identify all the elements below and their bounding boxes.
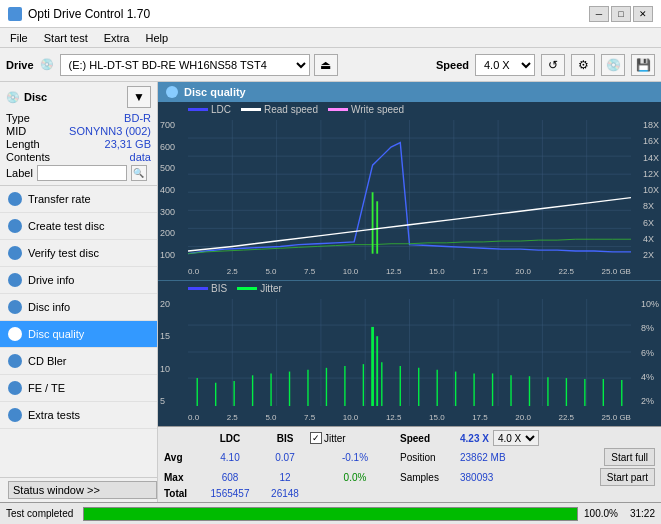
stats-avg-row: Avg 4.10 0.07 -0.1% Position 23862 MB St… (164, 448, 655, 466)
cd-bler-icon (8, 354, 22, 368)
sidebar-item-verify-test-disc[interactable]: Verify test disc (0, 240, 157, 267)
bottom-chart-legend: BIS Jitter (158, 281, 661, 296)
refresh-button[interactable]: ↺ (541, 54, 565, 76)
eject-button[interactable]: ⏏ (314, 54, 338, 76)
sidebar-item-transfer-rate[interactable]: Transfer rate (0, 186, 157, 213)
maximize-button[interactable]: □ (611, 6, 631, 22)
jitter-col-label: Jitter (324, 433, 346, 444)
x-2.5: 2.5 (227, 267, 238, 276)
disc-type-value: BD-R (124, 112, 151, 124)
jitter-checkbox[interactable]: ✓ (310, 432, 322, 444)
legend-jitter-label: Jitter (260, 283, 282, 294)
sidebar-item-fe-te[interactable]: FE / TE (0, 375, 157, 402)
start-part-btn-wrapper: Start part (600, 468, 655, 486)
title-bar-title: Opti Drive Control 1.70 (28, 7, 150, 21)
menu-start-test[interactable]: Start test (40, 31, 92, 45)
drive-icon: 💿 (40, 58, 54, 71)
y2-20: 20 (160, 299, 170, 309)
disc-panel-title: Disc (24, 91, 47, 103)
start-part-button[interactable]: Start part (600, 468, 655, 486)
y2-15: 15 (160, 331, 170, 341)
x-25-gb: 25.0 GB (602, 267, 631, 276)
disc-panel: 💿 Disc ▼ Type BD-R MID SONYNN3 (002) Len… (0, 82, 157, 186)
sidebar-item-cd-bler[interactable]: CD Bler (0, 348, 157, 375)
legend-write-color (328, 108, 348, 111)
y2-10pct: 10% (641, 299, 659, 309)
disc-quality-icon (8, 327, 22, 341)
speed-select-wrapper: 4.0 X (493, 430, 539, 446)
menu-extra[interactable]: Extra (100, 31, 134, 45)
x-20: 20.0 (515, 267, 531, 276)
x-7.5: 7.5 (304, 267, 315, 276)
disc-length-label: Length (6, 138, 40, 150)
legend-read-color (241, 108, 261, 111)
bottom-chart-svg (188, 299, 631, 406)
start-full-btn-wrapper: Start full (604, 448, 655, 466)
sidebar-item-label-extra-tests: Extra tests (28, 409, 80, 421)
start-full-button[interactable]: Start full (604, 448, 655, 466)
legend-bis-label: BIS (211, 283, 227, 294)
y-right-4x: 4X (643, 234, 659, 244)
stats-max-row: Max 608 12 0.0% Samples 380093 Start par… (164, 468, 655, 486)
x-12.5: 12.5 (386, 267, 402, 276)
top-chart-y-right: 18X 16X 14X 12X 10X 8X 6X 4X 2X (643, 120, 659, 260)
top-chart-x-labels: 0.0 2.5 5.0 7.5 10.0 12.5 15.0 17.5 20.0… (188, 267, 631, 276)
disc-contents-value: data (130, 151, 151, 163)
settings-button[interactable]: ⚙ (571, 54, 595, 76)
y2-10: 10 (160, 364, 170, 374)
sidebar-item-drive-info[interactable]: Drive info (0, 267, 157, 294)
total-bis: 26148 (260, 488, 310, 499)
menu-file[interactable]: File (6, 31, 32, 45)
total-label: Total (164, 488, 200, 499)
x-15: 15.0 (429, 267, 445, 276)
disc-options-button[interactable]: ▼ (127, 86, 151, 108)
create-test-disc-icon (8, 219, 22, 233)
sidebar-item-extra-tests[interactable]: Extra tests (0, 402, 157, 429)
bottom-y-right: 10% 8% 6% 4% 2% (641, 299, 659, 406)
stats-footer: LDC BIS ✓ Jitter Speed 4.23 X 4.0 X Avg … (158, 426, 661, 502)
x-5: 5.0 (265, 267, 276, 276)
save-button[interactable]: 💾 (631, 54, 655, 76)
disc-mid-value: SONYNN3 (002) (69, 125, 151, 137)
bx-20: 20.0 (515, 413, 531, 422)
sidebar-item-create-test-disc[interactable]: Create test disc (0, 213, 157, 240)
status-text: Test completed (6, 508, 73, 519)
max-bis: 12 (260, 472, 310, 483)
stats-speed-header: Speed (400, 433, 460, 444)
menu-help[interactable]: Help (141, 31, 172, 45)
sidebar-item-label-verify-test-disc: Verify test disc (28, 247, 99, 259)
y-right-18x: 18X (643, 120, 659, 130)
max-jitter: 0.0% (310, 472, 400, 483)
minimize-button[interactable]: ─ (589, 6, 609, 22)
top-chart-container: LDC Read speed Write speed (158, 102, 661, 281)
menu-bar: File Start test Extra Help (0, 28, 661, 48)
app-icon (8, 7, 22, 21)
bx-5: 5.0 (265, 413, 276, 422)
y2-8pct: 8% (641, 323, 659, 333)
close-button[interactable]: ✕ (633, 6, 653, 22)
avg-label: Avg (164, 452, 200, 463)
samples-label: Samples (400, 472, 460, 483)
disc-header-left: 💿 Disc (6, 91, 47, 104)
bx-12.5: 12.5 (386, 413, 402, 422)
sidebar-spacer (0, 429, 157, 477)
legend-bis: BIS (188, 283, 227, 294)
legend-jitter: Jitter (237, 283, 282, 294)
drive-dropdown[interactable]: (E:) HL-DT-ST BD-RE WH16NS58 TST4 (60, 54, 310, 76)
avg-bis: 0.07 (260, 452, 310, 463)
sidebar-item-disc-info[interactable]: Disc info (0, 294, 157, 321)
disc-label-input[interactable] (37, 165, 127, 181)
sidebar-item-disc-quality[interactable]: Disc quality (0, 321, 157, 348)
disc-label-row: Label 🔍 (6, 165, 151, 181)
toolbar: Drive 💿 (E:) HL-DT-ST BD-RE WH16NS58 TST… (0, 48, 661, 82)
top-chart-legend: LDC Read speed Write speed (158, 102, 661, 117)
disc-label-button[interactable]: 🔍 (131, 165, 147, 181)
disc-quality-title: Disc quality (184, 86, 246, 98)
position-value: 23862 MB (460, 452, 506, 463)
speed-select[interactable]: 4.0 X (493, 430, 539, 446)
speed-dropdown[interactable]: 4.0 X (475, 54, 535, 76)
status-bar-area: Status window >> (0, 477, 157, 502)
status-window-button[interactable]: Status window >> (8, 481, 157, 499)
disc-button[interactable]: 💿 (601, 54, 625, 76)
y-right-12x: 12X (643, 169, 659, 179)
